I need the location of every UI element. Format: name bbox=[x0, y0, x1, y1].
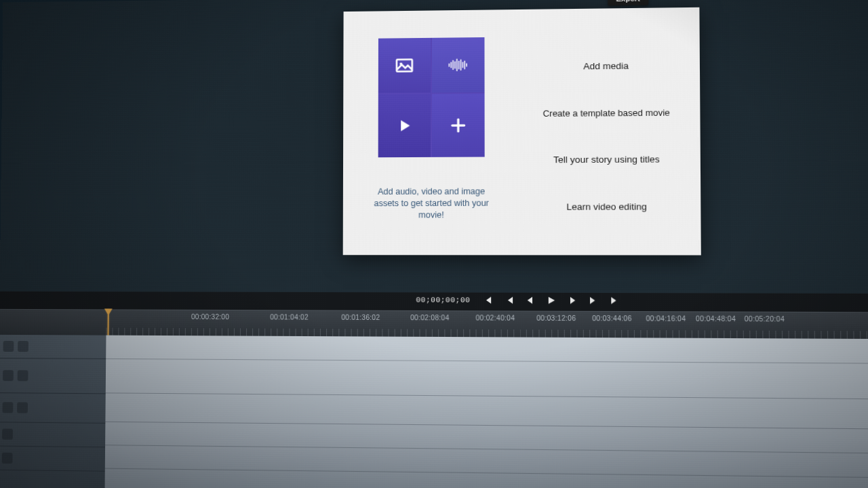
svg-rect-0 bbox=[397, 60, 412, 72]
welcome-caption: Add audio, video and image assets to get… bbox=[369, 186, 494, 221]
speaker-icon[interactable] bbox=[2, 402, 13, 413]
ruler-mark: 00:02:40:04 bbox=[475, 314, 515, 322]
welcome-link-add-media[interactable]: Add media bbox=[527, 60, 686, 72]
play-button[interactable] bbox=[546, 295, 557, 306]
mode-tab-expert[interactable]: Expert bbox=[608, 0, 648, 5]
track-headers bbox=[0, 335, 106, 488]
welcome-link-template-movie[interactable]: Create a template based movie bbox=[527, 107, 686, 119]
track-header-audio-1[interactable] bbox=[0, 393, 106, 424]
preview-area: Expert bbox=[0, 0, 868, 293]
track-header-video-2[interactable] bbox=[0, 335, 106, 359]
welcome-dialog: Add audio, video and image assets to get… bbox=[343, 7, 701, 256]
eye-icon[interactable] bbox=[3, 370, 14, 381]
lock-icon[interactable] bbox=[17, 402, 28, 413]
ruler-mark: 00:00:32:00 bbox=[191, 313, 229, 321]
ruler-mark: 00:04:16:04 bbox=[646, 314, 686, 323]
ruler-mark: 00:03:44:06 bbox=[592, 314, 632, 323]
step-back-button[interactable] bbox=[525, 295, 536, 306]
ruler-mark: 00:05:20:04 bbox=[745, 315, 785, 323]
current-timecode: 00;00;00;00 bbox=[416, 296, 470, 304]
track-header-video-1[interactable] bbox=[0, 359, 106, 394]
ruler-mark: 00:04:48:04 bbox=[696, 315, 736, 323]
eye-icon[interactable] bbox=[3, 341, 14, 352]
step-fwd-button[interactable] bbox=[567, 295, 578, 306]
next-edit-button[interactable] bbox=[588, 295, 599, 306]
track-lanes[interactable] bbox=[105, 336, 868, 488]
prev-edit-button[interactable] bbox=[504, 295, 515, 306]
play-icon[interactable] bbox=[378, 94, 431, 158]
track-header-audio-3[interactable] bbox=[0, 447, 105, 472]
welcome-link-titles[interactable]: Tell your story using titles bbox=[527, 154, 686, 165]
image-icon[interactable] bbox=[378, 38, 431, 93]
track-header-empty bbox=[0, 470, 105, 488]
welcome-tiles bbox=[378, 37, 485, 157]
lock-icon[interactable] bbox=[18, 341, 28, 352]
speaker-icon[interactable] bbox=[2, 453, 13, 464]
audio-wave-icon[interactable] bbox=[432, 37, 485, 93]
goto-start-button[interactable] bbox=[483, 295, 494, 306]
transport-controls bbox=[483, 295, 620, 306]
track-header-audio-2[interactable] bbox=[0, 422, 105, 447]
speaker-icon[interactable] bbox=[2, 428, 13, 439]
plus-icon[interactable] bbox=[432, 94, 485, 157]
ruler-mark: 00:03:12:06 bbox=[536, 314, 576, 323]
lock-icon[interactable] bbox=[18, 370, 28, 381]
ruler-mark: 00:01:04:02 bbox=[270, 313, 309, 321]
welcome-link-learn[interactable]: Learn video editing bbox=[527, 201, 686, 212]
goto-end-button[interactable] bbox=[609, 295, 620, 306]
ruler-mark: 00:02:08:04 bbox=[410, 314, 449, 321]
ruler-mark: 00:01:36:02 bbox=[341, 314, 380, 321]
timeline-tracks bbox=[0, 335, 868, 488]
